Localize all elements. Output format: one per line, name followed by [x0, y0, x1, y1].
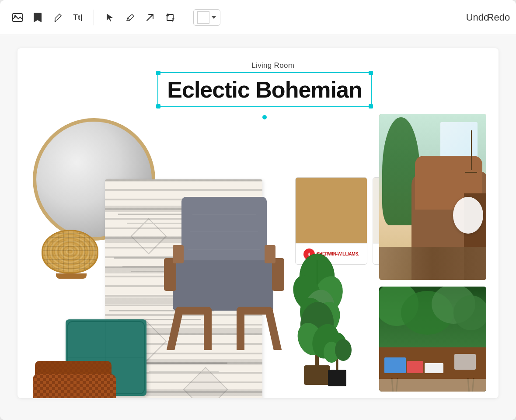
text-tool-icon: Tt| — [73, 13, 83, 22]
brown-pillow-front-svg — [31, 372, 118, 398]
title-selection-box: Eclectic Bohemian — [157, 72, 372, 107]
moodboard: Living Room Eclectic Bohemian — [17, 48, 499, 398]
handle-top-left — [156, 71, 160, 75]
fig-tree-svg — [284, 252, 354, 387]
svg-rect-51 — [328, 370, 346, 386]
paint-brush-button[interactable] — [49, 9, 66, 26]
text-tool-button[interactable]: Tt| — [69, 9, 87, 26]
title-text-box[interactable]: Eclectic Bohemian — [157, 72, 372, 107]
select-icon — [105, 13, 114, 22]
toolbar-divider-2 — [186, 10, 186, 25]
toolbar-tools-group: Tt| — [9, 9, 87, 26]
redo-button[interactable]: Redo — [490, 9, 507, 26]
foliage-bg — [379, 287, 486, 352]
toolbar: Tt| — [0, 0, 516, 35]
bookmark-tool-button[interactable] — [29, 9, 46, 26]
paint-brush-icon — [53, 13, 63, 22]
color-swatch — [197, 11, 209, 24]
select-tool-button[interactable] — [101, 9, 119, 26]
chair-svg — [157, 192, 293, 350]
fluffy-item — [453, 197, 483, 234]
hanging-branch-h — [465, 172, 477, 173]
rattan-basket — [42, 230, 101, 280]
image-tool-button[interactable] — [9, 9, 26, 26]
fiddle-leaf-fig — [284, 252, 354, 387]
wall-decor — [462, 130, 481, 197]
toolbar-right: Undo Redo — [469, 9, 507, 26]
toolbar-divider-1 — [94, 10, 94, 25]
svg-rect-16 — [173, 245, 184, 263]
annotate-icon — [125, 13, 135, 22]
annotate-button[interactable] — [121, 9, 139, 26]
crop-button[interactable] — [161, 9, 179, 26]
handle-bottom-right — [369, 104, 373, 108]
moodboard-title: Eclectic Bohemian — [167, 77, 362, 103]
hanging-branch — [471, 130, 472, 170]
rattan-basket-body — [42, 230, 98, 273]
leaf-4 — [453, 295, 486, 330]
bookmark-icon — [33, 12, 42, 23]
handle-top-right — [369, 71, 373, 75]
handle-bottom-left — [156, 104, 160, 108]
canvas: Living Room Eclectic Bohemian — [0, 35, 516, 420]
svg-point-55 — [335, 339, 352, 361]
app-container: Tt| — [0, 0, 516, 420]
toolbar-tools-group-2 — [101, 9, 179, 26]
room-photo-top-right — [379, 114, 486, 280]
table-books — [384, 351, 443, 373]
floor-rug — [379, 379, 486, 392]
accent-chair — [157, 192, 293, 350]
chevron-down-icon — [211, 16, 216, 19]
table-object — [454, 354, 476, 369]
room-rug — [379, 247, 486, 280]
rattan-stripes-v — [43, 231, 97, 272]
crop-icon — [165, 13, 175, 22]
rattan-base — [56, 273, 87, 279]
handle-bottom-center — [262, 115, 267, 119]
svg-rect-12 — [181, 197, 267, 269]
brown-pillow-front — [31, 372, 118, 398]
svg-rect-13 — [173, 260, 273, 311]
book-red — [407, 361, 424, 373]
svg-rect-34 — [33, 374, 116, 398]
undo-button[interactable]: Undo — [469, 9, 486, 26]
arrow-tool-button[interactable] — [141, 9, 159, 26]
room-label: Living Room — [251, 61, 294, 70]
room-photo-bottom-right — [379, 287, 486, 392]
color-picker-button[interactable] — [193, 9, 220, 26]
svg-rect-17 — [265, 245, 275, 263]
book-blue — [384, 357, 405, 373]
svg-rect-50 — [304, 365, 330, 385]
book-white — [425, 363, 443, 373]
image-icon — [12, 13, 23, 22]
arrow-icon — [145, 13, 155, 22]
swatch-color-tan — [296, 178, 367, 243]
